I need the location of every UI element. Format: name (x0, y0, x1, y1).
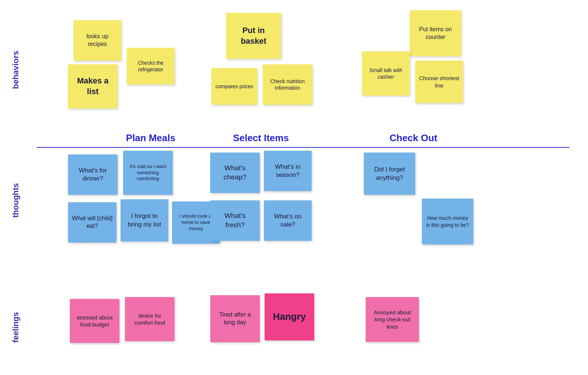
sticky-hangry[interactable]: Hangry (265, 293, 314, 340)
sticky-desire-comfort[interactable]: desire for comfort food (125, 297, 175, 341)
sticky-what-child-eat[interactable]: What will [child] eat? (68, 202, 116, 243)
sticky-compares-prices[interactable]: compares prices (211, 68, 257, 105)
sticky-small-talk[interactable]: Small talk with cashier (362, 51, 410, 96)
sticky-whats-on-sale[interactable]: What's on sale? (264, 200, 312, 241)
sticky-whats-cheap[interactable]: What's cheap? (210, 153, 260, 193)
phase-plan-meals: Plan Meals (96, 132, 206, 144)
sticky-stressed-budget[interactable]: stressed about food budget (70, 299, 119, 343)
sticky-put-items-counter[interactable]: Put items on counter (410, 10, 461, 56)
phase-select-items: Select Items (206, 132, 316, 144)
sticky-makes-list[interactable]: Makes a list (68, 64, 118, 108)
phase-divider (37, 147, 570, 148)
row-label-behaviors: behaviors (11, 29, 21, 110)
sticky-checks-refrigerator[interactable]: Checks the refrigerator (127, 48, 175, 85)
sticky-forgot-list[interactable]: I forgot to bring my list (121, 199, 168, 242)
sticky-choose-shortest-line[interactable]: Choose shortest line (415, 61, 463, 103)
row-label-feelings: feelings (11, 301, 21, 353)
sticky-how-much-money[interactable]: How much money is this going to be? (422, 199, 473, 244)
sticky-whats-in-season[interactable]: What's in season? (264, 151, 312, 191)
sticky-did-forget[interactable]: Did I forget anything? (364, 153, 415, 195)
sticky-annoyed-lines[interactable]: Annoyed about long check-out lines (366, 297, 419, 342)
sticky-whats-for-dinner[interactable]: What's for dinner? (68, 154, 118, 195)
canvas: behaviors thoughts feelings Plan Meals S… (0, 0, 588, 375)
sticky-check-nutrition[interactable]: Check nutrition information (263, 64, 312, 105)
sticky-tired[interactable]: Tired after a long day (210, 295, 260, 342)
sticky-cold-comforting[interactable]: It's cold so I want something comforting (123, 151, 173, 195)
sticky-looks-up-recipes[interactable]: looks up recipes (74, 20, 121, 61)
sticky-whats-fresh[interactable]: What's fresh? (210, 200, 260, 241)
phase-check-out: Check Out (349, 132, 478, 144)
row-label-thoughts: thoughts (11, 158, 21, 243)
sticky-put-in-basket[interactable]: Put in basket (226, 13, 281, 59)
